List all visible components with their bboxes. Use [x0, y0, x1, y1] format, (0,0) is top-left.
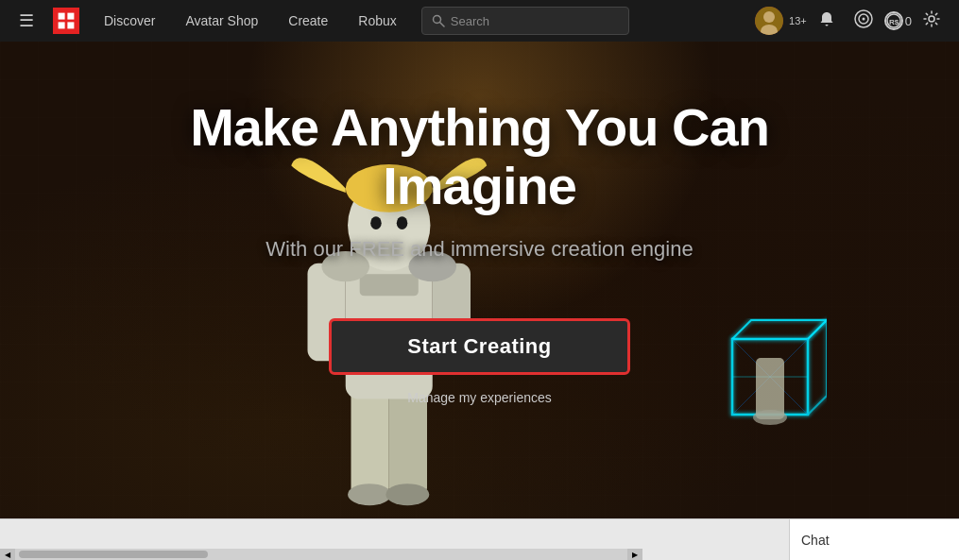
chat-label: Chat — [801, 533, 830, 548]
hamburger-menu-icon[interactable]: ☰ — [11, 7, 42, 35]
nav-create[interactable]: Create — [275, 0, 341, 42]
nav-right-section: 13+ R$ 0 — [755, 6, 948, 37]
svg-rect-1 — [59, 13, 65, 20]
nav-robux[interactable]: Robux — [345, 0, 409, 42]
notifications-icon[interactable] — [811, 7, 843, 36]
svg-text:R$: R$ — [889, 18, 899, 26]
search-icon — [432, 14, 445, 27]
robux-count: 0 — [905, 14, 912, 28]
navbar: ☰ Discover Avatar Shop Create Robux — [0, 0, 959, 42]
svg-rect-3 — [59, 22, 65, 28]
scrollbar-thumb[interactable] — [19, 551, 208, 558]
hero-section: Make Anything You Can Imagine With our F… — [0, 42, 959, 518]
svg-rect-0 — [53, 8, 79, 34]
shield-icon[interactable] — [847, 6, 881, 37]
chat-panel[interactable]: Chat — [789, 519, 959, 560]
robux-balance[interactable]: R$ 0 — [884, 11, 912, 30]
start-creating-button[interactable]: Start Creating — [329, 318, 629, 375]
nav-discover[interactable]: Discover — [91, 0, 168, 42]
hero-subtitle: With our FREE and immersive creation eng… — [265, 237, 693, 262]
scroll-left-arrow[interactable]: ◀ — [0, 549, 15, 560]
horizontal-scrollbar[interactable]: ◀ ▶ — [0, 549, 642, 560]
svg-point-8 — [763, 11, 775, 23]
bottom-bar: ◀ ▶ Chat — [0, 518, 959, 560]
manage-experiences-link[interactable]: Manage my experiences — [407, 390, 552, 405]
nav-avatar-shop[interactable]: Avatar Shop — [172, 0, 271, 42]
svg-rect-2 — [67, 13, 74, 20]
settings-icon[interactable] — [916, 7, 948, 36]
search-input[interactable] — [451, 14, 619, 28]
scroll-right-arrow[interactable]: ▶ — [627, 549, 642, 560]
svg-rect-4 — [67, 22, 74, 28]
hero-title: Make Anything You Can Imagine — [190, 98, 769, 214]
hero-content: Make Anything You Can Imagine With our F… — [0, 42, 959, 518]
search-bar[interactable] — [421, 7, 629, 35]
hero-cta-area: Start Creating Manage my experiences — [329, 318, 629, 405]
avatar-image — [755, 7, 783, 35]
svg-point-12 — [862, 17, 865, 20]
svg-line-6 — [439, 23, 444, 27]
avatar[interactable] — [755, 7, 783, 35]
svg-point-15 — [929, 16, 934, 22]
robux-icon: R$ — [884, 11, 903, 30]
age-badge: 13+ — [789, 15, 807, 26]
roblox-logo[interactable] — [53, 8, 79, 34]
